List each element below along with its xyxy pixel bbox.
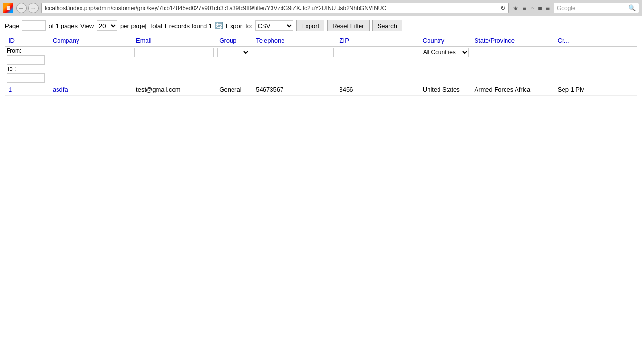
records-info: Total 1 records found 1	[149, 22, 212, 29]
col-header-country: Country	[419, 35, 471, 47]
browser-chrome: ▦ ← → localhost/index.php/admin/customer…	[0, 0, 642, 16]
col-header-created-at: Cr...	[554, 35, 637, 47]
refresh-icon[interactable]: ↻	[500, 4, 506, 11]
filter-row: From: To :	[5, 47, 637, 84]
back-button[interactable]: ←	[16, 3, 27, 13]
col-header-id: ID	[5, 35, 49, 47]
filter-group-select[interactable]: General	[217, 48, 250, 57]
column-header-row: ID Company Email Group Telephone	[5, 35, 637, 47]
col-sort-email[interactable]: Email	[136, 37, 152, 44]
cell-id-link[interactable]: 1	[9, 86, 12, 93]
bookmark-star-icon[interactable]: ★	[512, 3, 520, 13]
filter-group-cell: General	[215, 47, 252, 84]
browser-search-bar[interactable]: Google 🔍	[554, 3, 639, 13]
col-header-telephone: Telephone	[252, 35, 335, 47]
col-sort-country[interactable]: Country	[423, 37, 445, 44]
filter-country-cell: All Countries United States	[419, 47, 471, 84]
cell-created-at: Sep 1 PM	[554, 84, 637, 96]
filter-company-cell	[49, 47, 132, 84]
toolbar-icons: ★ ≡ ⌂ ■ ≡	[512, 3, 551, 13]
page-content: Page 1 of 1 pages View 20 30 50 100 200 …	[0, 16, 642, 99]
per-page-label: per page|	[120, 22, 146, 29]
id-from-input[interactable]	[7, 55, 45, 65]
cell-telephone: 54673567	[252, 84, 335, 96]
cell-company: asdfa	[49, 84, 132, 96]
cell-country: United States	[419, 84, 471, 96]
cell-state-province: Armed Forces Africa	[471, 84, 554, 96]
page-label: Page	[5, 22, 19, 29]
filter-state-province-cell	[471, 47, 554, 84]
top-toolbar: Page 1 of 1 pages View 20 30 50 100 200 …	[5, 20, 637, 31]
view-select[interactable]: 20 30 50 100 200	[97, 20, 117, 31]
to-label: To :	[7, 66, 47, 72]
filter-zip-cell	[336, 47, 419, 84]
col-sort-id[interactable]: ID	[9, 37, 15, 44]
col-header-zip: ZIP	[336, 35, 419, 47]
filter-id-cell: From: To :	[5, 47, 49, 84]
export-button[interactable]: Export	[296, 20, 325, 31]
col-header-state-province: State/Province	[471, 35, 554, 47]
forward-button[interactable]: →	[28, 3, 39, 13]
col-sort-created-at[interactable]: Cr...	[558, 37, 569, 44]
address-bar[interactable]: localhost/index.php/admin/customer/grid/…	[41, 3, 509, 13]
cell-zip: 3456	[336, 84, 419, 96]
export-select[interactable]: CSV Excel XML	[255, 20, 293, 31]
cell-group: General	[215, 84, 252, 96]
cell-id: 1	[5, 84, 49, 96]
filter-company-input[interactable]	[51, 48, 130, 57]
filter-telephone-input[interactable]	[254, 48, 333, 57]
table-row: 1asdfatest@gmail.comGeneral546735673456U…	[5, 84, 637, 96]
browser-search-icon[interactable]: 🔍	[628, 4, 636, 11]
col-sort-group[interactable]: Group	[219, 37, 236, 44]
home-icon[interactable]: ⌂	[529, 3, 535, 13]
cell-email: test@gmail.com	[132, 84, 215, 96]
grid-body: 1asdfatest@gmail.comGeneral546735673456U…	[5, 84, 637, 96]
of-pages-label: of 1 pages	[49, 22, 78, 29]
bookmark-list-icon[interactable]: ≡	[522, 3, 527, 13]
records-refresh-icon[interactable]: 🔄	[215, 22, 223, 29]
filter-country-select[interactable]: All Countries United States	[421, 48, 469, 57]
filter-zip-input[interactable]	[338, 48, 417, 57]
page-input[interactable]: 1	[22, 20, 46, 31]
customer-grid: ID Company Email Group Telephone	[5, 35, 637, 96]
filter-email-input[interactable]	[134, 48, 214, 57]
menu-icon[interactable]: ≡	[545, 3, 551, 13]
filter-email-cell	[132, 47, 215, 84]
reset-filter-button[interactable]: Reset Filter	[327, 20, 369, 31]
filter-state-province-input[interactable]	[473, 48, 552, 57]
cell-company-link[interactable]: asdfa	[53, 86, 68, 93]
view-label: View	[80, 22, 94, 29]
id-to-input[interactable]	[7, 73, 45, 83]
browser-search-placeholder: Google	[557, 5, 628, 11]
col-sort-state-province[interactable]: State/Province	[475, 37, 515, 44]
col-header-company: Company	[49, 35, 132, 47]
nav-buttons: ← →	[16, 3, 39, 13]
search-button[interactable]: Search	[372, 20, 402, 31]
id-from-to: From: To :	[7, 48, 47, 83]
export-label: Export to:	[226, 22, 253, 29]
filter-telephone-cell	[252, 47, 335, 84]
filter-created-at-input[interactable]	[556, 48, 635, 57]
col-header-group: Group	[215, 35, 252, 47]
extension-icon[interactable]: ■	[537, 3, 543, 13]
col-sort-company[interactable]: Company	[53, 37, 79, 44]
filter-created-at-cell	[554, 47, 637, 84]
col-sort-telephone[interactable]: Telephone	[256, 37, 284, 44]
from-label: From:	[7, 48, 47, 54]
col-header-email: Email	[132, 35, 215, 47]
grid-wrapper: ID Company Email Group Telephone	[5, 35, 637, 96]
col-sort-zip[interactable]: ZIP	[340, 37, 349, 44]
app-icon: ▦	[3, 3, 13, 13]
address-text: localhost/index.php/admin/customer/grid/…	[45, 5, 500, 11]
